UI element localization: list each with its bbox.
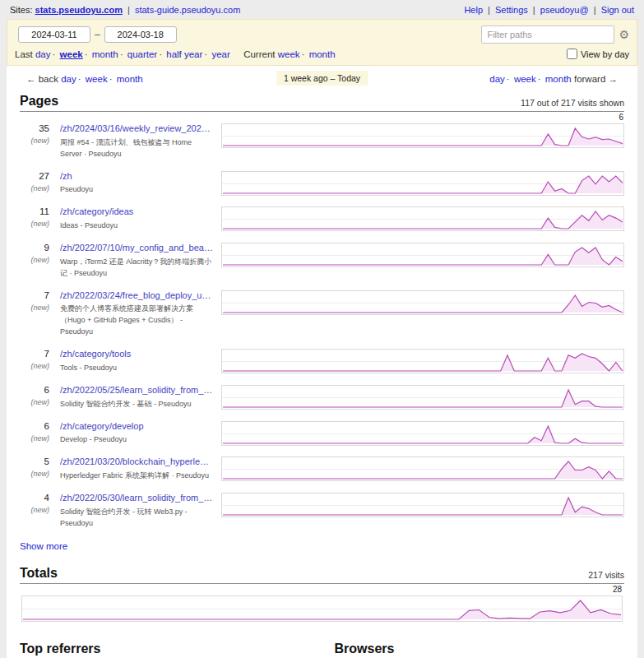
view-by-day-label: View by day [581, 49, 629, 59]
page-count: 6 [44, 421, 49, 431]
page-count-cell: 9 (new) [20, 243, 49, 280]
date-filter-header: – ⚙ Last day· week· month· quarter· half… [7, 19, 637, 66]
page-row: 35 (new) /zh/2024/03/16/weekly_review_20… [20, 123, 624, 160]
page-chart-area [221, 456, 624, 482]
period-month[interactable]: month [92, 49, 118, 59]
page-desc: Warp，iTerm2 还是 Alacritty？我的终端折腾小记 · Pseu… [60, 257, 213, 280]
period-half-year[interactable]: half year [166, 49, 202, 59]
site-link-primary[interactable]: stats.pseudoyu.com [35, 5, 123, 15]
new-badge: (new) [20, 362, 49, 370]
period-week[interactable]: week [60, 49, 83, 59]
period-quarter[interactable]: quarter [127, 49, 157, 59]
page-info: /zh/2022/07/10/my_config_and_bea… Warp，i… [60, 243, 213, 280]
page-desc: Pseudoyu [60, 184, 213, 196]
page-path-link[interactable]: /zh/2022/05/25/learn_solidity_from_… [60, 385, 213, 396]
page-count: 7 [44, 290, 49, 300]
page-info: /zh Pseudoyu [60, 171, 213, 197]
forward-month-link[interactable]: month [545, 74, 572, 84]
pages-section-header: Pages 117 out of 217 visits shown [20, 94, 624, 112]
page-row: 4 (new) /zh/2022/05/30/learn_solidity_fr… [20, 493, 624, 530]
page-count: 5 [44, 456, 49, 466]
stat-title: Browsers [335, 642, 395, 656]
page-row: 11 (new) /zh/category/ideas Ideas - Pseu… [20, 206, 624, 232]
sparkline [221, 243, 624, 267]
account-link[interactable]: pseudoyu@ [540, 5, 589, 15]
view-by-day-toggle[interactable]: View by day [567, 49, 629, 59]
new-badge: (new) [20, 398, 49, 406]
page-desc: 免费的个人博客系统搭建及部署解决方案（Hugo + GitHub Pages +… [60, 304, 213, 338]
new-badge: (new) [20, 184, 49, 192]
sparkline [221, 171, 624, 196]
page-path-link[interactable]: /zh/2022/07/10/my_config_and_bea… [60, 243, 213, 254]
totals-section: Totals 217 visits 28 [20, 566, 624, 622]
page-row: 5 (new) /zh/2021/03/20/blockchain_hyperl… [20, 456, 624, 482]
page-row: 6 (new) /zh/category/develop Develop - P… [20, 421, 624, 447]
page-path-link[interactable]: /zh/2022/05/30/learn_solidity_from_… [60, 493, 213, 504]
forward-week-link[interactable]: week [514, 74, 536, 84]
page-info: /zh/2024/03/16/weekly_review_202… 周报 #54… [60, 123, 213, 160]
sparkline [221, 456, 624, 481]
page-path-link[interactable]: /zh/2021/03/20/blockchain_hyperle… [60, 456, 213, 468]
pages-rows: 35 (new) /zh/2024/03/16/weekly_review_20… [20, 123, 624, 530]
page-count: 9 [44, 243, 49, 253]
new-badge: (new) [20, 506, 49, 514]
current-week[interactable]: week [278, 49, 300, 59]
page-chart-area [221, 171, 624, 197]
page-chart-area [221, 206, 624, 232]
back-month-link[interactable]: month [117, 74, 143, 84]
page-path-link[interactable]: /zh/category/tools [60, 349, 213, 360]
separator: · [507, 74, 510, 84]
page-chart-area [221, 493, 624, 530]
new-badge: (new) [20, 220, 49, 228]
pages-title: Pages [20, 94, 58, 109]
separator: · [53, 49, 56, 59]
date-end-input[interactable] [104, 26, 177, 43]
page-count: 4 [44, 493, 49, 503]
current-month[interactable]: month [309, 49, 336, 59]
page-chart-area [221, 290, 624, 339]
page-path-link[interactable]: /zh/category/ideas [60, 206, 213, 218]
page-path-link[interactable]: /zh/2022/03/24/free_blog_deploy_u… [60, 290, 213, 302]
time-nav: ← back day· week· month 1 week ago – Tod… [20, 71, 624, 94]
visits-shown-note: 117 out of 217 visits shown [521, 98, 624, 109]
page-path-link[interactable]: /zh [60, 171, 213, 183]
pages-show-more-link[interactable]: Show more [20, 541, 67, 551]
page-count: 7 [44, 349, 49, 359]
stat-section-header: Top referrers [20, 642, 310, 658]
top-bar: Sites: stats.pseudoyu.com | stats-guide.… [0, 0, 644, 19]
separator: · [204, 49, 207, 59]
page-row: 9 (new) /zh/2022/07/10/my_config_and_bea… [20, 243, 624, 280]
filter-paths-input[interactable] [481, 25, 614, 44]
new-badge: (new) [20, 304, 49, 312]
site-link-secondary[interactable]: stats-guide.pseudoyu.com [135, 5, 240, 15]
page-path-link[interactable]: /zh/2024/03/16/weekly_review_202… [60, 123, 213, 135]
date-start-input[interactable] [18, 26, 90, 43]
stat-section-header: Browsers [335, 642, 625, 658]
back-week-link[interactable]: week [86, 74, 108, 84]
page-count-cell: 27 (new) [20, 171, 49, 197]
page-desc: Develop - Pseudoyu [60, 434, 213, 446]
sites-label: Sites: [10, 5, 33, 15]
stat-column: Top referrers 25% Google 54 24% (unknown… [20, 642, 310, 658]
back-day-link[interactable]: day [61, 74, 76, 84]
current-label: Current [243, 49, 275, 59]
page-info: /zh/category/develop Develop - Pseudoyu [60, 421, 213, 447]
forward-day-link[interactable]: day [489, 74, 505, 84]
separator: · [78, 74, 81, 84]
settings-link[interactable]: Settings [495, 5, 528, 15]
sparkline [221, 206, 624, 231]
period-year[interactable]: year [211, 49, 229, 59]
sparkline [221, 421, 624, 446]
page-chart-area [221, 349, 624, 374]
sparkline [221, 123, 624, 148]
totals-sparkline [21, 595, 623, 622]
period-day[interactable]: day [35, 49, 51, 59]
page-path-link[interactable]: /zh/category/develop [60, 421, 213, 433]
sparkline [221, 385, 624, 410]
page-desc: Hyperledger Fabric 系统架构详解 · Pseudoyu [60, 470, 213, 482]
page-desc: Solidity 智能合约开发 - 基础 - Pseudoyu [60, 399, 213, 410]
view-by-day-checkbox[interactable] [567, 49, 577, 59]
help-link[interactable]: Help [464, 5, 483, 15]
signout-link[interactable]: Sign out [601, 5, 634, 15]
gear-icon[interactable]: ⚙ [619, 29, 629, 40]
